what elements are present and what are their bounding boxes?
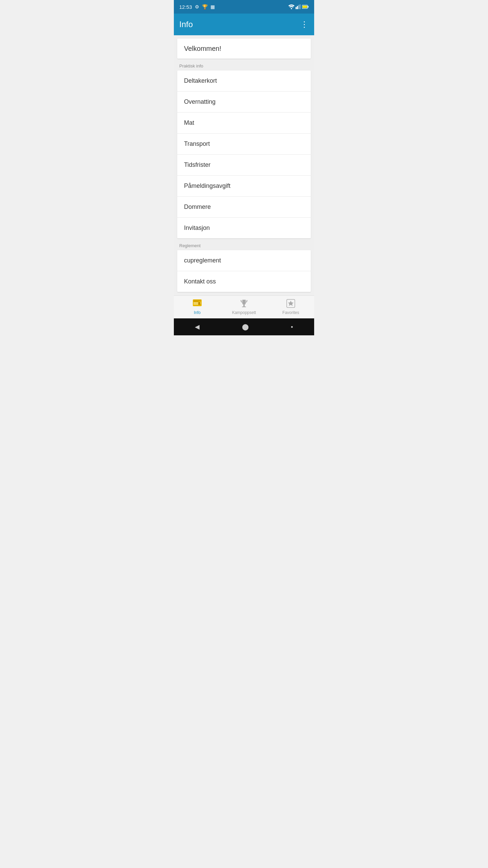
signal-icon xyxy=(296,4,301,9)
svg-text:⚡: ⚡ xyxy=(303,5,306,8)
svg-rect-16 xyxy=(243,305,245,307)
praktisk-info-list: Deltakerkort Overnatting Mat Transport T… xyxy=(177,71,311,238)
wifi-icon xyxy=(288,4,294,9)
section-label-reglement: Reglement xyxy=(174,238,314,250)
nav-label-favorites: Favorites xyxy=(282,310,299,315)
section-label-praktisk: Praktisk info xyxy=(174,59,314,71)
svg-rect-6 xyxy=(308,6,309,8)
svg-rect-10 xyxy=(194,300,201,301)
svg-rect-1 xyxy=(296,7,297,9)
app-bar: Info ⋮ xyxy=(174,14,314,35)
info-nav-icon xyxy=(192,299,202,309)
status-left: 12:53 ⚙ 🏆 ▦ xyxy=(179,4,215,10)
home-button[interactable]: ⬤ xyxy=(242,323,249,331)
status-bar: 12:53 ⚙ 🏆 ▦ ⚡ xyxy=(174,0,314,14)
nav-label-kampoppsett: Kampoppsett xyxy=(232,310,256,315)
signal-battery: ⚡ xyxy=(288,4,309,9)
svg-rect-4 xyxy=(300,4,301,9)
svg-marker-19 xyxy=(288,301,293,306)
list-item-tidsfrister[interactable]: Tidsfrister xyxy=(177,155,311,176)
nav-item-favorites[interactable]: Favorites xyxy=(267,299,314,315)
list-item-dommere[interactable]: Dommere xyxy=(177,197,311,218)
nav-item-kampoppsett[interactable]: Kampoppsett xyxy=(221,299,267,315)
recents-button[interactable]: ▪ xyxy=(291,323,293,331)
battery-icon: ⚡ xyxy=(302,5,309,9)
trophy-icon: 🏆 xyxy=(202,4,208,9)
app-title: Info xyxy=(179,20,193,29)
more-options-button[interactable]: ⋮ xyxy=(300,20,309,28)
content-area: Velkommen! Praktisk info Deltakerkort Ov… xyxy=(174,35,314,295)
nav-item-info[interactable]: Info xyxy=(174,299,221,315)
bottom-nav: Info Kampoppsett Favorites xyxy=(174,295,314,318)
list-item-pameldingsavgift[interactable]: Påmeldingsavgift xyxy=(177,176,311,197)
reglement-list: cupreglement Kontakt oss xyxy=(177,250,311,292)
star-nav-icon xyxy=(286,299,295,309)
welcome-text: Velkommen! xyxy=(184,45,221,52)
nav-label-info: Info xyxy=(194,310,201,315)
status-time: 12:53 xyxy=(179,4,192,10)
svg-rect-15 xyxy=(198,302,200,305)
back-button[interactable]: ◀ xyxy=(195,323,200,331)
section-praktisk-info: Praktisk info Deltakerkort Overnatting M… xyxy=(174,59,314,238)
list-item-overnatting[interactable]: Overnatting xyxy=(177,92,311,113)
system-nav-bar: ◀ ⬤ ▪ xyxy=(174,318,314,335)
welcome-card: Velkommen! xyxy=(177,39,311,59)
svg-rect-2 xyxy=(297,6,298,9)
svg-rect-17 xyxy=(242,307,246,307)
list-item-invitasjon[interactable]: Invitasjon xyxy=(177,218,311,238)
section-reglement: Reglement cupreglement Kontakt oss xyxy=(174,238,314,292)
svg-rect-14 xyxy=(194,304,199,304)
svg-rect-3 xyxy=(298,5,299,9)
list-item-kontakt-oss[interactable]: Kontakt oss xyxy=(177,271,311,292)
list-item-transport[interactable]: Transport xyxy=(177,134,311,155)
svg-rect-11 xyxy=(194,301,199,302)
menu-icon: ▦ xyxy=(210,4,215,9)
svg-point-0 xyxy=(291,8,292,9)
trophy-nav-icon xyxy=(240,299,248,309)
list-item-cupreglement[interactable]: cupreglement xyxy=(177,250,311,271)
list-item-deltakerkort[interactable]: Deltakerkort xyxy=(177,71,311,92)
settings-icon: ⚙ xyxy=(195,4,199,9)
list-item-mat[interactable]: Mat xyxy=(177,113,311,134)
